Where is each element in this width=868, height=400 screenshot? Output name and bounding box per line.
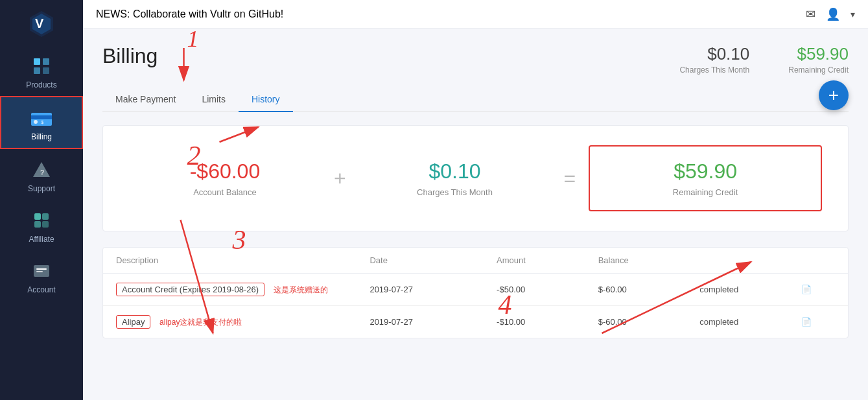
svg-point-9 [34,120,38,124]
svg-text:V: V [35,16,44,30]
remaining-card: $59.90 Remaining Credit [589,145,822,211]
charges-stat: $0.10 Charges This Month [679,44,749,75]
svg-rect-4 [43,58,49,65]
tab-make-payment[interactable]: Make Payment [102,88,189,112]
sidebar-item-label-affiliate: Affiliate [29,235,54,244]
svg-text:?: ? [40,169,44,176]
col-status [699,255,801,265]
sidebar-item-support[interactable]: ? Support [0,149,83,200]
main-content: NEWS: Collaborate with Vultr on GitHub! … [83,0,868,400]
row2-note: alipay这就是我支付的啦 [159,318,242,327]
summary-cards: -$60.00 Account Balance + $0.10 Charges … [102,125,849,231]
svg-rect-18 [36,268,47,270]
topbar: NEWS: Collaborate with Vultr on GitHub! … [83,0,868,29]
svg-rect-16 [42,221,49,228]
col-action [801,255,835,265]
account-balance-amount: -$60.00 [129,159,321,183]
tab-limits[interactable]: Limits [189,88,239,112]
col-balance: Balance [598,255,700,265]
row2-status: completed [699,317,801,327]
row1-balance: $-60.00 [598,285,700,294]
sidebar: V Products $ Billing ? Support Affiliate… [0,0,83,400]
sidebar-item-label-support: Support [28,184,55,193]
svg-rect-14 [42,213,49,220]
account-balance-card: -$60.00 Account Balance [129,159,321,197]
sidebar-item-label-account: Account [27,285,55,294]
svg-rect-19 [36,271,43,272]
row2-desc-box: Alipay [116,315,150,329]
news-text: Collaborate with Vultr on GitHub! [133,8,283,19]
sidebar-item-affiliate[interactable]: Affiliate [0,200,83,250]
charges-card-amount: $0.10 [359,159,551,183]
svg-rect-3 [34,58,40,65]
fab-add-button[interactable]: + [819,80,849,110]
table-row: Account Credit (Expires 2019-08-26) 这是系统… [103,274,848,306]
col-description: Description [116,255,369,265]
support-icon: ? [30,158,53,182]
row1-desc-box: Account Credit (Expires 2019-08-26) [116,283,264,296]
remaining-card-label: Remaining Credit [609,187,801,197]
col-date: Date [369,255,497,265]
charges-card-label: Charges This Month [359,187,551,197]
row2-doc-icon[interactable]: 📄 [801,317,835,327]
charges-label: Charges This Month [679,65,749,75]
svg-text:$: $ [41,119,44,125]
col-amount: Amount [497,255,598,265]
account-balance-label: Account Balance [129,187,321,197]
sidebar-item-billing[interactable]: $ Billing [0,96,83,149]
remaining-card-amount: $59.90 [609,159,801,183]
row1-date: 2019-07-27 [369,285,497,294]
billing-stats: $0.10 Charges This Month $59.90 Remainin… [679,44,849,75]
remaining-label: Remaining Credit [788,65,849,75]
plus-separator: + [321,167,359,191]
logo[interactable]: V [25,6,58,39]
row2-description: Alipay alipay这就是我支付的啦 [116,315,369,329]
svg-rect-6 [43,67,49,74]
remaining-amount: $59.90 [788,44,849,64]
chevron-down-icon[interactable]: ▾ [850,9,855,19]
news-label: NEWS: [96,8,130,19]
svg-rect-13 [34,213,41,220]
mail-icon[interactable]: ✉ [806,7,815,21]
billing-table: Description Date Amount Balance Account … [102,247,849,338]
row2-amount: -$10.00 [497,317,598,327]
table-row: Alipay alipay这就是我支付的啦 2019-07-27 -$10.00… [103,306,848,338]
sidebar-item-label-products: Products [26,80,56,89]
topbar-icons: ✉ 👤 ▾ [806,7,855,21]
row2-balance: $-60.00 [598,317,700,327]
eq-separator: = [550,167,589,191]
billing-icon: $ [30,106,53,130]
row1-description: Account Credit (Expires 2019-08-26) 这是系统… [116,283,369,296]
user-icon[interactable]: 👤 [826,7,840,21]
row1-amount: -$50.00 [497,285,598,294]
account-icon [30,259,53,283]
table-header: Description Date Amount Balance [103,248,848,274]
billing-content: Billing $0.10 Charges This Month $59.90 … [83,29,868,400]
row1-status: completed [699,285,801,294]
charges-amount: $0.10 [679,44,749,64]
page-title: Billing [102,44,158,68]
news-bar: NEWS: Collaborate with Vultr on GitHub! [96,8,283,20]
sidebar-item-account[interactable]: Account [0,250,83,301]
charges-card: $0.10 Charges This Month [359,159,551,197]
row2-date: 2019-07-27 [369,317,497,327]
svg-rect-15 [34,221,41,228]
sidebar-item-label-billing: Billing [31,132,52,141]
affiliate-icon [30,209,53,232]
tab-history[interactable]: History [239,88,293,112]
svg-rect-5 [34,67,40,74]
sidebar-item-products[interactable]: Products [0,45,83,96]
products-icon [30,54,53,78]
billing-header: Billing $0.10 Charges This Month $59.90 … [102,44,849,75]
remaining-stat: $59.90 Remaining Credit [788,44,849,75]
row1-note: 这是系统赠送的 [274,285,328,294]
billing-tabs: Make Payment Limits History [102,88,849,112]
row1-doc-icon[interactable]: 📄 [801,285,835,294]
